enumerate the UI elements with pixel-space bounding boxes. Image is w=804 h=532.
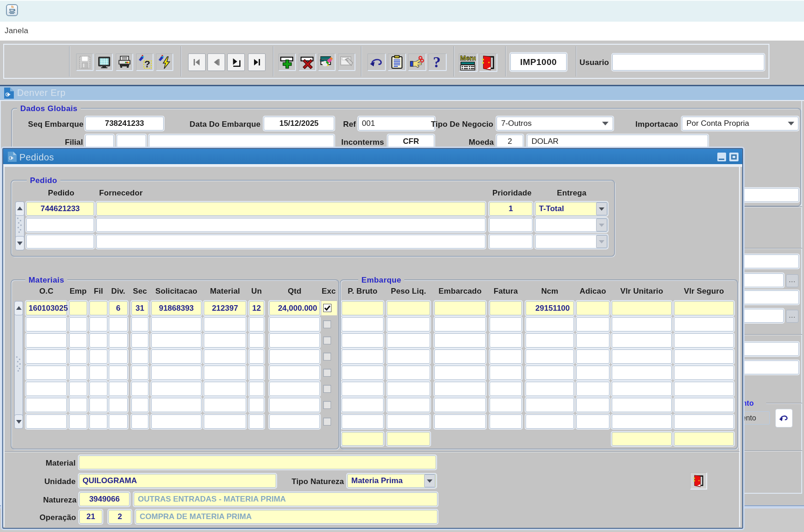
svg-text:?: ? — [433, 54, 441, 70]
svg-text:Menu: Menu — [460, 55, 476, 62]
svg-text:?: ? — [144, 59, 150, 69]
